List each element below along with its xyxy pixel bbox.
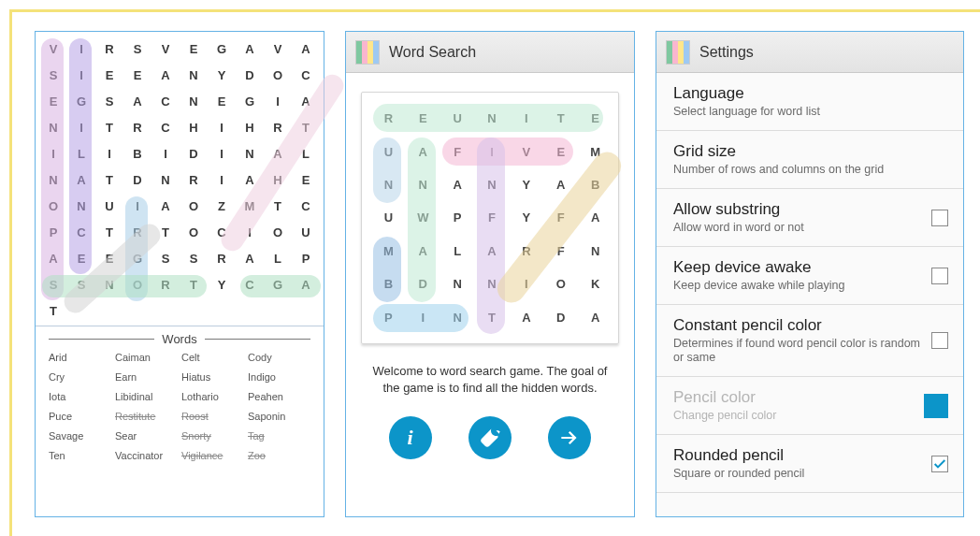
grid-cell[interactable]: N xyxy=(151,167,180,193)
grid-cell[interactable]: T xyxy=(95,167,123,193)
grid-cell[interactable]: T xyxy=(95,114,123,140)
grid-cell[interactable]: C xyxy=(292,62,320,88)
grid-cell[interactable]: T xyxy=(292,114,320,140)
grid-cell[interactable]: S xyxy=(39,271,67,297)
grid-cell[interactable]: R xyxy=(123,114,151,140)
grid-cell[interactable]: M xyxy=(236,193,264,219)
grid-cell[interactable]: D xyxy=(236,62,264,88)
letter-grid[interactable]: VIRSVEGAVASIEEANYDOCEGSACNEGIANITRCHIHRT… xyxy=(39,36,320,324)
grid-cell[interactable]: T xyxy=(151,219,180,245)
grid-cell[interactable]: G xyxy=(208,36,236,62)
grid-cell[interactable]: G xyxy=(123,245,151,271)
grid-cell[interactable]: E xyxy=(95,245,123,271)
grid-cell[interactable]: T xyxy=(95,219,123,245)
grid-cell[interactable]: I xyxy=(264,88,292,114)
grid-cell[interactable]: H xyxy=(180,114,208,140)
grid-cell[interactable]: I xyxy=(208,140,236,167)
grid-cell[interactable]: A xyxy=(292,88,320,114)
grid-cell[interactable]: A xyxy=(151,193,180,219)
grid-cell[interactable]: N xyxy=(39,114,67,140)
grid-cell[interactable]: O xyxy=(123,271,151,297)
grid-cell[interactable]: O xyxy=(264,219,292,245)
grid-cell[interactable]: I xyxy=(67,114,95,140)
grid-cell[interactable]: N xyxy=(95,271,123,297)
grid-cell[interactable]: Y xyxy=(208,62,236,88)
grid-cell[interactable]: C xyxy=(292,193,320,219)
grid-cell[interactable]: E xyxy=(67,245,95,271)
grid-cell[interactable]: I xyxy=(39,140,67,167)
grid-cell[interactable]: C xyxy=(208,219,236,245)
grid-cell[interactable]: S xyxy=(67,271,95,297)
setting-row[interactable]: LanguageSelect language for word list xyxy=(656,73,963,131)
grid-cell[interactable]: A xyxy=(67,167,95,193)
setting-row[interactable]: Allow substringAllow word in word or not xyxy=(656,189,963,247)
grid-cell[interactable]: R xyxy=(95,36,123,62)
grid-cell[interactable]: N xyxy=(180,62,208,88)
grid-cell[interactable]: I xyxy=(151,140,180,167)
grid-cell[interactable]: E xyxy=(39,88,67,114)
grid-cell[interactable]: V xyxy=(151,36,180,62)
setting-row[interactable]: Keep device awakeKeep device awake while… xyxy=(656,247,963,305)
grid-cell[interactable]: O xyxy=(180,193,208,219)
grid-cell[interactable]: S xyxy=(151,245,180,271)
grid-cell[interactable]: T xyxy=(264,193,292,219)
setting-row[interactable]: Grid sizeNumber of rows and columns on t… xyxy=(656,131,963,189)
grid-cell[interactable]: A xyxy=(236,36,264,62)
grid-cell[interactable]: B xyxy=(123,140,151,167)
grid-cell[interactable]: O xyxy=(180,219,208,245)
grid-cell[interactable]: Y xyxy=(208,271,236,297)
grid-cell[interactable]: Z xyxy=(208,193,236,219)
grid-cell[interactable]: A xyxy=(292,271,320,297)
grid-cell[interactable]: P xyxy=(39,219,67,245)
grid-cell[interactable]: I xyxy=(67,36,95,62)
grid-cell[interactable]: E xyxy=(123,62,151,88)
grid-cell[interactable]: E xyxy=(180,36,208,62)
checkbox[interactable] xyxy=(931,332,948,349)
grid-cell[interactable]: A xyxy=(292,36,320,62)
checkbox[interactable] xyxy=(931,268,948,284)
info-button[interactable]: i xyxy=(389,416,432,459)
grid-cell[interactable]: N xyxy=(67,193,95,219)
grid-cell[interactable]: C xyxy=(151,88,180,114)
play-button[interactable] xyxy=(548,416,591,459)
grid-cell[interactable]: E xyxy=(292,167,320,193)
grid-cell[interactable]: R xyxy=(180,167,208,193)
settings-button[interactable] xyxy=(468,416,512,459)
grid-cell[interactable]: E xyxy=(208,88,236,114)
grid-cell[interactable]: R xyxy=(151,271,180,297)
grid-cell[interactable]: A xyxy=(151,62,180,88)
grid-cell[interactable]: L xyxy=(292,140,320,167)
grid-cell[interactable]: U xyxy=(292,219,320,245)
grid-cell[interactable]: A xyxy=(236,245,264,271)
setting-row[interactable]: Pencil colorChange pencil color xyxy=(656,377,963,435)
grid-cell[interactable]: O xyxy=(39,193,67,219)
grid-cell[interactable]: P xyxy=(292,245,320,271)
grid-cell[interactable]: D xyxy=(123,167,151,193)
grid-cell[interactable]: L xyxy=(67,140,95,167)
grid-cell[interactable]: C xyxy=(236,271,264,297)
grid-cell[interactable]: C xyxy=(67,219,95,245)
grid-cell[interactable]: I xyxy=(236,219,264,245)
grid-cell[interactable]: A xyxy=(123,88,151,114)
grid-cell[interactable]: I xyxy=(95,140,123,167)
grid-cell[interactable]: U xyxy=(95,193,123,219)
grid-cell[interactable]: O xyxy=(264,62,292,88)
grid-cell[interactable]: A xyxy=(39,245,67,271)
grid-cell[interactable]: N xyxy=(39,167,67,193)
grid-cell[interactable]: T xyxy=(180,271,208,297)
grid-cell[interactable]: H xyxy=(264,167,292,193)
grid-cell[interactable]: N xyxy=(180,88,208,114)
setting-row[interactable]: Rounded pencilSquare or rounded pencil xyxy=(656,435,963,493)
checkbox[interactable] xyxy=(931,210,948,226)
grid-cell[interactable]: V xyxy=(39,36,67,62)
grid-cell[interactable]: G xyxy=(264,271,292,297)
grid-cell[interactable]: A xyxy=(236,167,264,193)
grid-cell[interactable]: A xyxy=(264,140,292,167)
grid-cell[interactable]: S xyxy=(95,88,123,114)
grid-cell[interactable]: I xyxy=(208,167,236,193)
checkbox[interactable] xyxy=(931,456,948,472)
grid-cell[interactable]: C xyxy=(151,114,180,140)
grid-cell[interactable]: S xyxy=(39,62,67,88)
grid-cell[interactable]: L xyxy=(264,245,292,271)
grid-cell[interactable]: E xyxy=(95,62,123,88)
